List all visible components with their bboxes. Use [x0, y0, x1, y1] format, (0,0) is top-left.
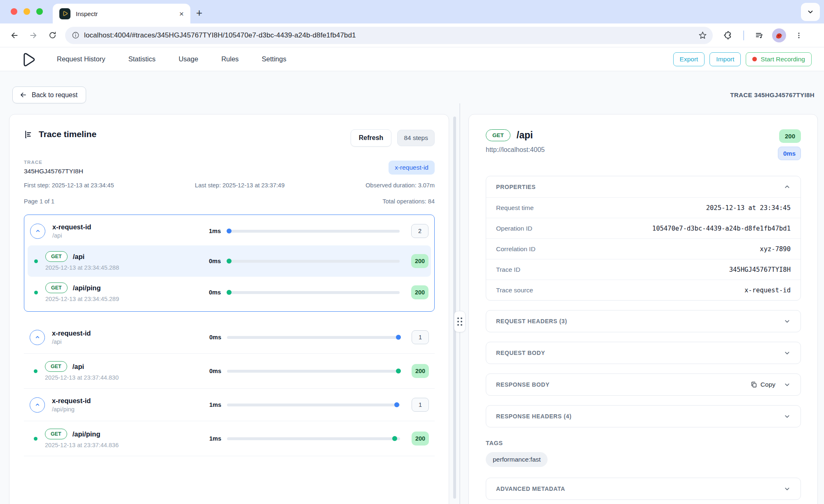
property-label: Request time — [496, 204, 534, 212]
back-to-request-button[interactable]: Back to request — [12, 86, 86, 103]
total-operations-text: Total operations: 84 — [382, 198, 435, 205]
start-recording-button[interactable]: Start Recording — [746, 52, 812, 66]
status-code-badge: 200 — [411, 285, 428, 299]
last-step-text: Last step: 2025-12-13 at 23:37:49 — [195, 182, 285, 189]
copy-button[interactable]: Copy — [751, 381, 775, 388]
observed-duration-text: Observed duration: 3.07m — [365, 182, 435, 189]
section-request-body[interactable]: REQUEST BODY — [486, 342, 801, 364]
operation-time-marker — [227, 259, 232, 264]
group-path: /api — [52, 338, 200, 345]
collapse-group-button[interactable] — [30, 397, 45, 413]
status-code-badge: 200 — [412, 432, 429, 446]
status-code-badge: 200 — [779, 129, 801, 143]
operation-time-marker — [396, 369, 401, 373]
operation-path: /api — [73, 363, 84, 371]
group-count-badge: 1 — [412, 330, 429, 344]
group-timeline-track — [227, 230, 400, 233]
latency-badge: 0ms — [778, 147, 801, 160]
chevron-down-icon — [784, 350, 791, 357]
section-title: REQUEST HEADERS (3) — [496, 318, 567, 324]
operation-time-marker — [227, 290, 232, 295]
panel-resize-handle[interactable] — [454, 311, 466, 332]
status-dot-icon — [34, 291, 38, 294]
operation-row-selected[interactable]: GET/api2025-12-13 at 23:34:45.2880ms200 — [28, 245, 431, 277]
inspectr-logo-icon[interactable] — [20, 50, 36, 68]
tab-search-button[interactable] — [801, 3, 820, 21]
status-code-badge: 200 — [411, 254, 428, 268]
properties-header[interactable]: PROPERTIES — [486, 176, 801, 197]
status-dot-icon — [34, 437, 37, 441]
record-dot-icon — [752, 57, 757, 61]
operation-path: /api — [73, 253, 84, 261]
section-title: REQUEST BODY — [496, 350, 545, 356]
group-duration: 1ms — [200, 401, 221, 408]
chevron-down-icon — [784, 485, 791, 492]
reload-button[interactable] — [43, 26, 62, 45]
page-info-text: Page 1 of 1 — [24, 198, 54, 205]
section-response-body[interactable]: RESPONSE BODYCopy — [486, 373, 801, 396]
inspectr-favicon-icon — [59, 8, 70, 19]
group-duration: 1ms — [199, 228, 221, 234]
group-header-row[interactable]: x-request-id/api0ms1 — [24, 321, 435, 354]
operation-path: /api/ping — [73, 284, 101, 292]
section-response-headers-4[interactable]: RESPONSE HEADERS (4) — [486, 405, 801, 427]
tab-title: Inspectr — [76, 10, 174, 17]
extensions-icon[interactable] — [719, 26, 737, 45]
operation-path: /api — [517, 130, 533, 141]
nav-item-usage[interactable]: Usage — [178, 55, 198, 63]
operation-row[interactable]: GET/api/ping2025-12-13 at 23:37:44.8361m… — [24, 421, 435, 456]
property-label: Trace source — [496, 287, 533, 294]
import-button[interactable]: Import — [709, 52, 741, 66]
tags-label: TAGS — [486, 440, 801, 446]
export-button[interactable]: Export — [673, 52, 705, 66]
properties-section: PROPERTIES Request time2025-12-13 at 23:… — [486, 176, 801, 301]
property-row: Trace sourcex-request-id — [486, 280, 801, 300]
operation-duration: 0ms — [199, 289, 221, 296]
minimize-window-button[interactable] — [23, 8, 30, 15]
advanced-metadata-section[interactable]: ADVANCED METADATA — [486, 478, 801, 500]
url-text[interactable]: localhost:4004/#traces/345HGJ45767TYI8H/… — [84, 31, 694, 40]
operation-timestamp: 2025-12-13 at 23:37:44.836 — [45, 442, 200, 448]
bookmark-star-icon[interactable] — [698, 31, 707, 40]
chevron-down-icon — [784, 381, 791, 388]
operation-row[interactable]: GET/api/ping2025-12-13 at 23:34:45.2890m… — [28, 277, 431, 308]
group-time-marker — [396, 335, 401, 340]
new-tab-button[interactable]: + — [196, 7, 202, 19]
property-value: 2025-12-13 at 23:34:45 — [706, 204, 791, 212]
browser-tab[interactable]: Inspectr × — [53, 4, 190, 23]
back-button[interactable] — [5, 26, 24, 45]
operation-duration: 0ms — [199, 258, 221, 264]
trace-source-badge[interactable]: x-request-id — [389, 161, 435, 175]
property-value: 105470e7-d3bc-4439-a24b-d8fe1fb47bd1 — [652, 225, 791, 232]
close-window-button[interactable] — [11, 8, 17, 15]
traffic-lights[interactable] — [11, 8, 43, 15]
group-header-row[interactable]: x-request-id/api1ms2 — [28, 217, 431, 245]
nav-item-request-history[interactable]: Request History — [57, 55, 105, 63]
refresh-button[interactable]: Refresh — [351, 129, 392, 147]
tab-close-icon[interactable]: × — [179, 10, 184, 18]
property-value: 345HGJ45767TYI8H — [729, 266, 791, 273]
maximize-window-button[interactable] — [36, 8, 43, 15]
timeline-icon — [24, 130, 33, 139]
nav-item-settings[interactable]: Settings — [262, 55, 286, 63]
status-dot-icon — [34, 369, 37, 373]
property-row: Trace ID345HGJ45767TYI8H — [486, 259, 801, 280]
section-title: RESPONSE BODY — [496, 381, 550, 388]
forward-button[interactable] — [24, 26, 43, 45]
media-controls-icon[interactable] — [750, 26, 769, 45]
collapse-group-button[interactable] — [30, 224, 45, 239]
operation-duration: 1ms — [200, 435, 221, 442]
tab-strip: Inspectr × + — [0, 0, 824, 23]
toolbar-separator — [743, 30, 744, 40]
timeline-scrollbar[interactable] — [453, 117, 456, 499]
section-request-headers-3[interactable]: REQUEST HEADERS (3) — [486, 310, 801, 332]
operation-row[interactable]: GET/api2025-12-13 at 23:37:44.8300ms200 — [24, 354, 435, 388]
nav-item-rules[interactable]: Rules — [221, 55, 239, 63]
nav-item-statistics[interactable]: Statistics — [128, 55, 155, 63]
collapse-group-button[interactable] — [30, 330, 45, 345]
site-info-icon[interactable] — [72, 31, 80, 39]
profile-avatar[interactable] — [772, 28, 786, 42]
browser-menu-icon[interactable] — [789, 26, 808, 45]
url-bar[interactable]: localhost:4004/#traces/345HGJ45767TYI8H/… — [65, 27, 713, 44]
group-header-row[interactable]: x-request-id/api/ping1ms1 — [24, 389, 435, 421]
